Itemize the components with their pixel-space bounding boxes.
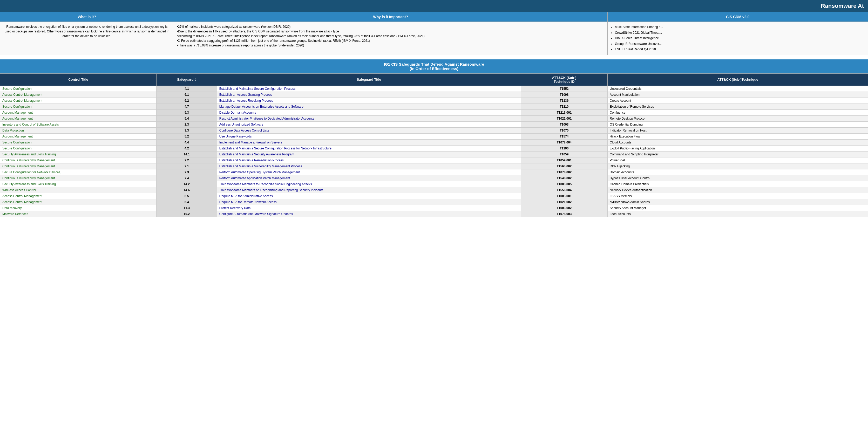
cell-control-title: Security Awareness and Skills Training — [0, 181, 157, 187]
cell-attck-id: T1574 — [521, 133, 608, 139]
cell-attck-id: T1548.002 — [521, 175, 608, 181]
cell-safeguard-num: 7.2 — [156, 157, 217, 163]
cell-attck-tech: Bypass User Account Control — [608, 175, 868, 181]
main-safeguards-table: Control Title Safeguard # Safeguard Titl… — [0, 73, 868, 217]
cell-attck-tech: Cached Domain Credentials — [608, 181, 868, 187]
cell-safeguard-title: Train Workforce Members on Recognizing a… — [217, 187, 521, 193]
cell-safeguard-title: Use Unique Passwords — [217, 133, 521, 139]
table-row: Access Control Management6.4Require MFA … — [0, 199, 868, 205]
col2-header: Why is it Important? — [174, 12, 608, 22]
cell-control-title: Malware Defences — [0, 211, 157, 217]
cell-control-title: Continuous Vulnerability Management — [0, 163, 157, 169]
cell-attck-tech: LSASS Memory — [608, 193, 868, 199]
cis-cdm-cell: Multi-State Information Sharing a...Crow… — [608, 22, 868, 55]
cell-attck-id: T1556.004 — [521, 187, 608, 193]
cell-attck-tech: Confluence — [608, 109, 868, 115]
cell-safeguard-title: Establish and Maintain a Remediation Pro… — [217, 157, 521, 163]
cell-attck-tech: RDP Hijacking — [608, 163, 868, 169]
cell-safeguard-num: 6.5 — [156, 193, 217, 199]
table-row: Continuous Vulnerability Management7.4Pe… — [0, 175, 868, 181]
cell-attck-tech: Hijack Execution Flow — [608, 133, 868, 139]
col1-header: What is it? — [0, 12, 174, 22]
cell-control-title: Secure Configuration — [0, 103, 157, 109]
cell-safeguard-title: Establish and Maintain a Security Awaren… — [217, 151, 521, 157]
cell-attck-id: T1210 — [521, 103, 608, 109]
cell-attck-id: T1213.001 — [521, 109, 608, 115]
cell-safeguard-num: 11.3 — [156, 205, 217, 211]
cell-safeguard-num: 4.1 — [156, 86, 217, 92]
table-row: Secure Configuration for Network Devices… — [0, 169, 868, 175]
cell-safeguard-title: Train Workforce Members to Recognize Soc… — [217, 181, 521, 187]
cell-safeguard-title: Require MFA for Administrative Access — [217, 193, 521, 199]
cell-safeguard-num: 2.3 — [156, 122, 217, 127]
table-row: Account Management5.2Use Unique Password… — [0, 133, 868, 139]
what-is-it-cell: Ransomware involves the encryption of fi… — [0, 22, 174, 55]
cell-safeguard-num: 5.2 — [156, 133, 217, 139]
cell-safeguard-num: 4.4 — [156, 139, 217, 145]
cell-attck-tech: Create Account — [608, 98, 868, 103]
th-safeguard-title: Safeguard Title — [217, 73, 521, 86]
cell-attck-id: T1563.002 — [521, 163, 608, 169]
table-row: Secure Configuration4.7Manage Default Ac… — [0, 103, 868, 109]
cell-attck-tech: Local Accounts — [608, 211, 868, 217]
cell-control-title: Access Control Management — [0, 199, 157, 205]
th-safeguard-num: Safeguard # — [156, 73, 217, 86]
col3-header: CIS CDM v2.0 — [608, 12, 868, 22]
cdm-list-item: Group-IB Ransomware Uncover... — [615, 41, 865, 47]
table-row: Continuous Vulnerability Management7.2Es… — [0, 157, 868, 163]
table-row: Access Control Management6.5Require MFA … — [0, 193, 868, 199]
cell-safeguard-title: Establish an Access Granting Process — [217, 92, 521, 98]
cell-attck-tech: Account Manipulation — [608, 92, 868, 98]
cell-safeguard-num: 7.3 — [156, 169, 217, 175]
cell-safeguard-num: 5.4 — [156, 115, 217, 122]
cell-safeguard-num: 10.2 — [156, 211, 217, 217]
cell-safeguard-num: 6.1 — [156, 92, 217, 98]
cell-safeguard-title: Establish and Maintain a Vulnerability M… — [217, 163, 521, 169]
cell-attck-id: T1003 — [521, 122, 608, 127]
cell-attck-tech: sMB/Windows Admin Shares — [608, 199, 868, 205]
cell-control-title: Security Awareness and Skills Training — [0, 151, 157, 157]
cell-attck-id: T1190 — [521, 145, 608, 151]
table-row: Wireless Access Control14.6Train Workfor… — [0, 187, 868, 193]
cell-control-title: Access Control Management — [0, 193, 157, 199]
cell-safeguard-num: 6.4 — [156, 199, 217, 205]
table-row: Account Management5.4Restrict Administra… — [0, 115, 868, 122]
cell-attck-id: T1059 — [521, 151, 608, 157]
cell-attck-tech: Unsecured Credentials — [608, 86, 868, 92]
cell-attck-tech: Indicator Removal on Host — [608, 127, 868, 133]
cell-safeguard-num: 7.1 — [156, 163, 217, 169]
cell-control-title: Secure Configuration — [0, 145, 157, 151]
table-row: Security Awareness and Skills Training14… — [0, 181, 868, 187]
cell-attck-tech: PowerShell — [608, 157, 868, 163]
cell-attck-tech: Network Device Authentication — [608, 187, 868, 193]
cell-attck-id: T1078.002 — [521, 169, 608, 175]
cell-attck-id: T1003.001 — [521, 193, 608, 199]
cell-attck-tech: Exploitation of Remote Services — [608, 103, 868, 109]
cell-attck-id: T1021.001 — [521, 115, 608, 122]
cell-attck-tech: OS Credential Dumping — [608, 122, 868, 127]
cell-control-title: Inventory and Control of Software Assets — [0, 122, 157, 127]
why-important-cell: •27% of malware incidents were categoriz… — [174, 22, 608, 55]
cell-safeguard-title: Establish and Maintain a Secure Configur… — [217, 86, 521, 92]
cell-safeguard-title: Configure Automatic Anti-Malware Signatu… — [217, 211, 521, 217]
cell-safeguard-title: Configure Data Access Control Lists — [217, 127, 521, 133]
table-row: Account Management5.3Disable Dormant Acc… — [0, 109, 868, 115]
cell-safeguard-num: 14.1 — [156, 151, 217, 157]
cell-attck-id: T1070 — [521, 127, 608, 133]
table-row: Secure Configuration4.4Implement and Man… — [0, 139, 868, 145]
cell-safeguard-num: 4.2 — [156, 145, 217, 151]
cell-attck-tech: Security Account Manager — [608, 205, 868, 211]
cell-attck-tech: Cloud Accounts — [608, 139, 868, 145]
cell-safeguard-num: 14.2 — [156, 181, 217, 187]
cell-safeguard-title: Disable Dormant Accounts — [217, 109, 521, 115]
cell-control-title: Account Management — [0, 109, 157, 115]
cell-safeguard-title: Protect Recovery Data — [217, 205, 521, 211]
cell-control-title: Secure Configuration — [0, 139, 157, 145]
th-control-title: Control Title — [0, 73, 157, 86]
cell-attck-tech: Domain Accounts — [608, 169, 868, 175]
cdm-list-item: CrowdStrike 2021 Global Threat... — [615, 30, 865, 36]
cell-attck-id: T1003.005 — [521, 181, 608, 187]
cell-attck-tech: Remote Desktop Protocol — [608, 115, 868, 122]
cell-safeguard-num: 6.2 — [156, 98, 217, 103]
cell-safeguard-title: Establish and Maintain a Secure Configur… — [217, 145, 521, 151]
